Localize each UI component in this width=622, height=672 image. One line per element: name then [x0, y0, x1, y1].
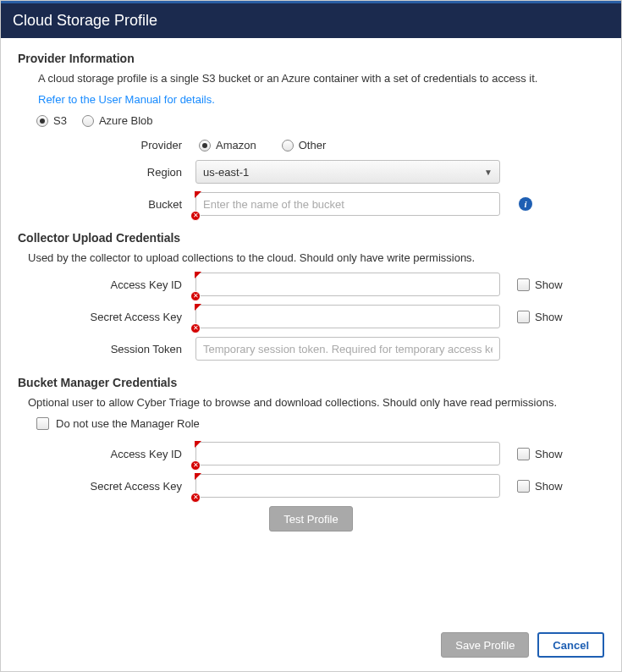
collector-access-key-show-label: Show: [535, 278, 563, 291]
skip-manager-label: Do not use the Manager Role: [56, 417, 200, 430]
user-manual-link[interactable]: Refer to the User Manual for details.: [38, 93, 215, 106]
manager-secret-key-label: Secret Access Key: [18, 480, 187, 493]
collector-secret-key-label: Secret Access Key: [18, 311, 187, 323]
bucket-label: Bucket: [18, 198, 187, 211]
required-flag-icon: [195, 441, 201, 448]
test-profile-button[interactable]: Test Profile: [269, 506, 352, 532]
radio-dot-icon: [82, 115, 94, 127]
region-value: us-east-1: [203, 166, 249, 179]
collector-secret-key-show-label: Show: [535, 311, 563, 323]
storage-type-azure-radio[interactable]: Azure Blob: [82, 114, 153, 127]
manager-secret-key-show-label: Show: [535, 480, 563, 493]
collector-access-key-show-checkbox[interactable]: [517, 278, 530, 291]
error-badge-icon: [190, 493, 201, 503]
required-flag-icon: [195, 191, 201, 198]
provider-other-radio[interactable]: Other: [282, 139, 327, 151]
storage-type-azure-label: Azure Blob: [99, 114, 153, 127]
dialog-body: Provider Information A cloud storage pro…: [1, 38, 621, 619]
manager-access-key-show-label: Show: [535, 448, 563, 460]
dialog-footer: Save Profile Cancel: [1, 619, 621, 671]
manager-secret-key-input[interactable]: [195, 474, 500, 498]
manager-access-key-input[interactable]: [195, 442, 500, 465]
save-profile-button[interactable]: Save Profile: [441, 632, 529, 658]
chevron-down-icon: ▼: [484, 168, 493, 177]
region-label: Region: [18, 166, 187, 179]
info-icon[interactable]: i: [519, 197, 532, 211]
bucket-input[interactable]: [195, 192, 500, 216]
radio-dot-icon: [36, 115, 48, 127]
region-select[interactable]: us-east-1 ▼: [195, 160, 500, 184]
skip-manager-checkbox[interactable]: [36, 417, 49, 430]
provider-other-label: Other: [299, 139, 327, 151]
collector-secret-key-input[interactable]: [195, 305, 500, 328]
manager-access-key-label: Access Key ID: [18, 448, 187, 460]
provider-amazon-label: Amazon: [216, 139, 256, 151]
error-badge-icon: [190, 460, 201, 471]
manager-secret-key-show-checkbox[interactable]: [517, 480, 530, 493]
error-badge-icon: [190, 323, 201, 333]
required-flag-icon: [195, 473, 201, 480]
collector-access-key-input[interactable]: [195, 273, 500, 296]
cancel-button[interactable]: Cancel: [537, 632, 604, 658]
error-badge-icon: [190, 211, 201, 221]
provider-info-description: A cloud storage profile is a single S3 b…: [38, 72, 604, 85]
collector-description: Used by the collector to upload collecti…: [28, 251, 604, 264]
manager-access-key-show-checkbox[interactable]: [517, 448, 530, 460]
collector-heading: Collector Upload Credentials: [18, 231, 604, 245]
cloud-storage-profile-dialog: Cloud Storage Profile Provider Informati…: [0, 0, 622, 672]
session-token-input[interactable]: [195, 337, 500, 361]
collector-secret-key-show-checkbox[interactable]: [517, 311, 530, 323]
error-badge-icon: [190, 291, 201, 301]
collector-access-key-label: Access Key ID: [18, 278, 187, 291]
radio-dot-icon: [282, 140, 294, 151]
manager-description: Optional user to allow Cyber Triage to b…: [28, 396, 604, 409]
session-token-label: Session Token: [18, 343, 187, 355]
provider-label: Provider: [18, 139, 187, 151]
radio-dot-icon: [199, 140, 211, 151]
storage-type-s3-radio[interactable]: S3: [36, 114, 67, 127]
required-flag-icon: [195, 304, 201, 311]
manager-heading: Bucket Manager Credentials: [18, 376, 604, 389]
storage-type-s3-label: S3: [53, 114, 67, 127]
required-flag-icon: [195, 272, 201, 278]
provider-amazon-radio[interactable]: Amazon: [199, 139, 256, 151]
dialog-title: Cloud Storage Profile: [1, 1, 621, 38]
provider-info-heading: Provider Information: [18, 52, 604, 65]
